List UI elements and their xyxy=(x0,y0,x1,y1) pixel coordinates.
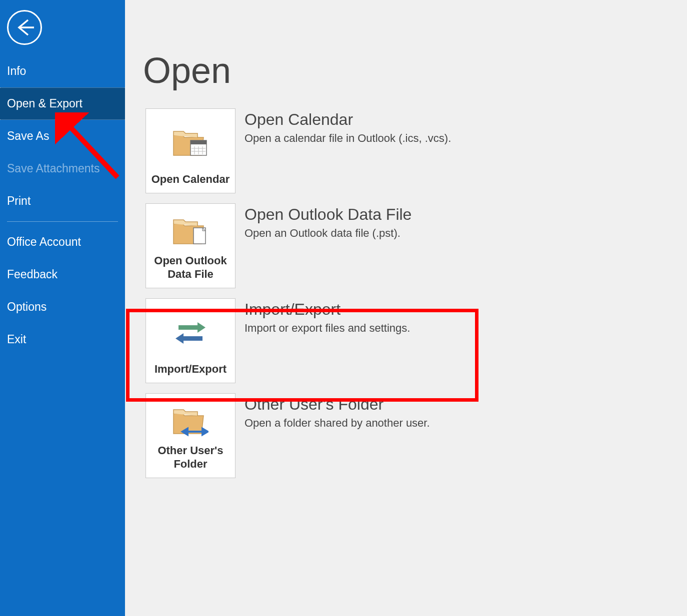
sidebar-item-label: Save As xyxy=(7,129,49,142)
svg-rect-2 xyxy=(190,140,206,144)
option-title: Import/Export xyxy=(244,300,410,319)
import-export-button[interactable]: Import/Export xyxy=(146,298,236,383)
sidebar-item-open-export[interactable]: Open & Export xyxy=(0,87,125,120)
option-row-import-export: Import/Export Import/Export Import or ex… xyxy=(143,296,669,386)
option-title: Other User's Folder xyxy=(244,395,430,414)
sidebar-divider xyxy=(7,221,118,222)
backstage-sidebar: Info Open & Export Save As Save Attachme… xyxy=(0,0,125,616)
button-label: Other User's Folder xyxy=(150,444,231,471)
import-export-icon xyxy=(172,319,208,347)
sidebar-item-label: Feedback xyxy=(7,268,58,281)
option-row-open-data-file: Open Outlook Data File Open Outlook Data… xyxy=(143,201,669,291)
sidebar-item-feedback[interactable]: Feedback xyxy=(0,258,125,291)
option-desc: Open a calendar file in Outlook (.ics, .… xyxy=(244,132,451,145)
button-label: Import/Export xyxy=(154,363,226,376)
shared-folder-icon xyxy=(172,407,208,437)
option-desc: Open an Outlook data file (.pst). xyxy=(244,227,412,240)
back-button[interactable] xyxy=(7,10,42,45)
sidebar-item-print[interactable]: Print xyxy=(0,185,125,217)
sidebar-item-label: Options xyxy=(7,300,46,313)
option-title: Open Calendar xyxy=(244,110,451,129)
button-label: Open Calendar xyxy=(152,173,230,186)
svg-rect-9 xyxy=(178,325,198,330)
other-users-folder-button[interactable]: Other User's Folder xyxy=(146,393,236,478)
sidebar-item-exit[interactable]: Exit xyxy=(0,323,125,356)
sidebar-item-label: Save Attachments xyxy=(7,162,100,175)
option-desc: Open a folder shared by another user. xyxy=(244,417,430,430)
page-title: Open xyxy=(143,50,669,91)
sidebar-item-options[interactable]: Options xyxy=(0,291,125,323)
sidebar-item-label: Exit xyxy=(7,333,26,346)
back-arrow-icon xyxy=(14,17,35,38)
option-row-open-calendar: Open Calendar Open Calendar Open a calen… xyxy=(143,106,669,196)
sidebar-item-label: Info xyxy=(7,64,26,77)
sidebar-item-save-as[interactable]: Save As xyxy=(0,120,125,152)
svg-rect-10 xyxy=(182,336,202,341)
button-label: Open Outlook Data File xyxy=(150,254,231,281)
open-calendar-button[interactable]: Open Calendar xyxy=(146,108,236,193)
sidebar-item-label: Open & Export xyxy=(7,97,82,110)
content-area: Open Open Calendar Open Calendar Open a … xyxy=(125,0,687,616)
calendar-folder-icon xyxy=(172,128,208,158)
option-row-other-users-folder: Other User's Folder Other User's Folder … xyxy=(143,391,669,481)
sidebar-item-info[interactable]: Info xyxy=(0,55,125,87)
data-file-folder-icon xyxy=(172,217,208,247)
sidebar-item-label: Print xyxy=(7,194,30,207)
option-title: Open Outlook Data File xyxy=(244,205,412,224)
sidebar-item-save-attachments: Save Attachments xyxy=(0,152,125,185)
open-outlook-data-file-button[interactable]: Open Outlook Data File xyxy=(146,203,236,288)
option-2.desc: Import or export files and settings. xyxy=(244,322,410,335)
sidebar-item-label: Office Account xyxy=(7,235,81,248)
sidebar-item-office-account[interactable]: Office Account xyxy=(0,226,125,258)
